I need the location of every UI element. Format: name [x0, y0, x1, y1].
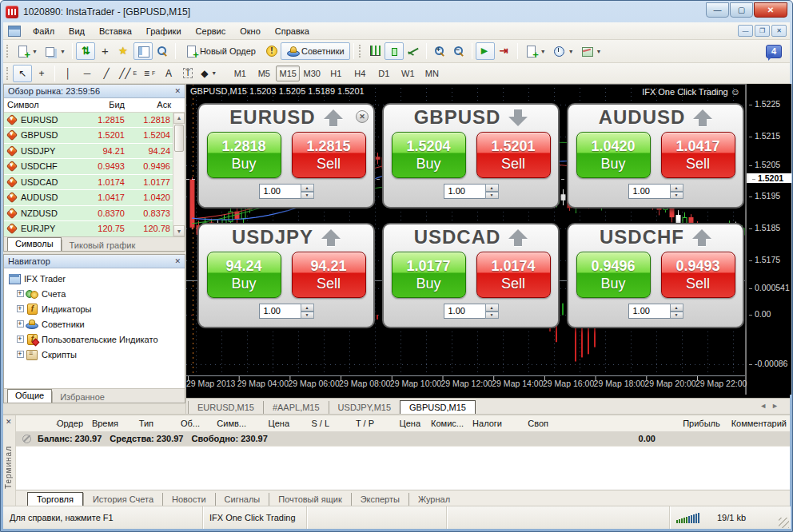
notifications-badge[interactable]: 4: [766, 45, 782, 58]
menu-item[interactable]: Графики: [139, 24, 189, 38]
tree-item[interactable]: + Счета: [8, 286, 185, 301]
volume-input[interactable]: 1.00: [259, 304, 301, 319]
alerts-button[interactable]: [261, 42, 281, 60]
terminal-column[interactable]: Цена: [377, 419, 424, 428]
timeframe-button[interactable]: M15: [276, 66, 300, 81]
channel-tool-button[interactable]: ╱╱E: [116, 65, 140, 82]
spin-down-icon[interactable]: ▼: [301, 312, 314, 320]
bar-chart-button[interactable]: [365, 42, 385, 60]
terminal-column[interactable]: Об...: [157, 419, 203, 428]
expand-plus-icon[interactable]: +: [17, 351, 24, 358]
timeframe-button[interactable]: H1: [324, 66, 348, 81]
column-symbol[interactable]: Символ: [4, 100, 84, 109]
column-bid[interactable]: Бид: [84, 100, 128, 109]
chart-tab[interactable]: #AAPL,M15: [263, 401, 329, 414]
menu-item[interactable]: Вид: [62, 24, 92, 38]
scroll-thumb[interactable]: [174, 125, 184, 152]
volume-input[interactable]: 1.00: [259, 184, 301, 199]
expand-plus-icon[interactable]: +: [17, 305, 24, 312]
terminal-column[interactable]: Ордер: [16, 419, 86, 428]
terminal-column[interactable]: Налоги: [467, 419, 505, 428]
vertical-line-tool-button[interactable]: │: [58, 65, 78, 82]
tab-scroll-left-icon[interactable]: ◄: [759, 402, 771, 410]
zoom-out-button[interactable]: −: [449, 42, 468, 60]
close-button[interactable]: ✕: [754, 2, 787, 18]
market-watch-row[interactable]: USDCAD 1.0174 1.0177: [4, 175, 173, 191]
terminal-tab[interactable]: Новости: [162, 493, 215, 506]
buy-button[interactable]: 1.0177 Buy: [392, 252, 466, 298]
close-icon[interactable]: ✕: [6, 418, 12, 426]
label-tool-button[interactable]: T: [178, 65, 197, 82]
column-ask[interactable]: Аск: [128, 100, 174, 109]
sell-button[interactable]: 1.5201 Sell: [476, 132, 551, 178]
profiles-button[interactable]: ▼: [41, 42, 69, 60]
terminal-tab[interactable]: Сигналы: [215, 493, 269, 506]
minimize-button[interactable]: —: [706, 2, 729, 18]
zoom-in-button[interactable]: +: [430, 42, 449, 60]
market-watch-scrollbar[interactable]: ▲ ▼: [173, 113, 185, 236]
crosshair-button[interactable]: [95, 42, 114, 60]
timeframe-button[interactable]: D1: [372, 66, 396, 81]
spin-up-icon[interactable]: ▲: [670, 304, 683, 312]
volume-input[interactable]: 1.00: [444, 304, 485, 319]
terminal-column[interactable]: Комис...: [424, 419, 467, 428]
chart-shift-button[interactable]: [495, 42, 514, 60]
child-restore-button[interactable]: ❐: [755, 25, 770, 37]
volume-input[interactable]: 1.00: [444, 184, 485, 199]
market-watch-row[interactable]: AUDUSD 1.0417 1.0420: [4, 190, 173, 206]
indicators-button[interactable]: ▼: [521, 42, 549, 60]
navigator-tab[interactable]: Избранное: [52, 391, 112, 403]
tree-root-item[interactable]: IFX Trader: [8, 271, 185, 286]
market-watch-row[interactable]: GBPUSD 1.5201 1.5204: [4, 128, 173, 144]
menu-item[interactable]: Вставка: [92, 24, 139, 38]
toolbar-grip[interactable]: [6, 45, 10, 58]
expand-plus-icon[interactable]: +: [17, 335, 24, 343]
chart-window-icon[interactable]: [8, 26, 21, 37]
spin-down-icon[interactable]: ▼: [670, 192, 683, 200]
fibonacci-tool-button[interactable]: ≡F: [140, 65, 159, 82]
buy-button[interactable]: 1.2818 Buy: [207, 132, 281, 178]
child-minimize-button[interactable]: —: [738, 25, 753, 37]
menu-item[interactable]: Справка: [268, 24, 317, 38]
navigator-tab[interactable]: Общие: [7, 389, 52, 403]
terminal-column[interactable]: S / L: [293, 419, 333, 428]
terminal-column[interactable]: Цена: [249, 419, 293, 428]
sell-button[interactable]: 1.0174 Sell: [476, 252, 551, 298]
close-icon[interactable]: ✕: [174, 257, 181, 265]
tab-scroll-right-icon[interactable]: ►: [771, 402, 783, 410]
spin-up-icon[interactable]: ▲: [301, 184, 314, 192]
spin-down-icon[interactable]: ▼: [670, 312, 683, 320]
buy-button[interactable]: 0.9496 Buy: [576, 252, 651, 298]
menu-item[interactable]: Сервис: [189, 24, 233, 38]
spin-up-icon[interactable]: ▲: [485, 184, 499, 192]
volume-input[interactable]: 1.00: [628, 304, 670, 319]
buy-button[interactable]: 1.0420 Buy: [576, 132, 651, 178]
market-watch-tab[interactable]: Тиковый график: [62, 240, 143, 251]
terminal-tab[interactable]: Торговля: [27, 492, 83, 506]
crosshair-tool-button[interactable]: +: [32, 65, 51, 82]
periods-button[interactable]: ▼: [549, 42, 577, 60]
spin-down-icon[interactable]: ▼: [485, 312, 499, 320]
terminal-column[interactable]: Прибыль: [552, 419, 728, 428]
scroll-down-icon[interactable]: ▼: [173, 225, 185, 236]
spin-down-icon[interactable]: ▼: [301, 192, 314, 200]
spin-up-icon[interactable]: ▲: [301, 304, 314, 312]
volume-spinner[interactable]: ▲▼: [670, 304, 683, 319]
market-watch-row[interactable]: USDJPY 94.21 94.24: [4, 144, 173, 160]
sell-button[interactable]: 1.0417 Sell: [661, 132, 735, 178]
market-watch-toggle-button[interactable]: [133, 42, 153, 60]
terminal-column[interactable]: Комментарий: [728, 419, 790, 428]
timeframe-button[interactable]: H4: [348, 66, 372, 81]
market-watch-row[interactable]: EURUSD 1.2815 1.2818: [4, 113, 173, 129]
new-chart-button[interactable]: ▼: [13, 42, 41, 60]
data-window-button[interactable]: [153, 42, 172, 60]
toolbar-grip[interactable]: [6, 67, 10, 80]
volume-spinner[interactable]: ▲▼: [670, 184, 683, 199]
terminal-tab[interactable]: История Счета: [83, 493, 162, 506]
child-close-button[interactable]: ✕: [771, 25, 787, 37]
timeframe-button[interactable]: M1: [228, 66, 252, 81]
terminal-column[interactable]: Время: [86, 419, 122, 428]
new-order-button[interactable]: Новый Ордер: [179, 42, 261, 60]
market-watch-tab[interactable]: Символы: [7, 237, 62, 251]
scroll-up-icon[interactable]: ▲: [173, 113, 185, 124]
